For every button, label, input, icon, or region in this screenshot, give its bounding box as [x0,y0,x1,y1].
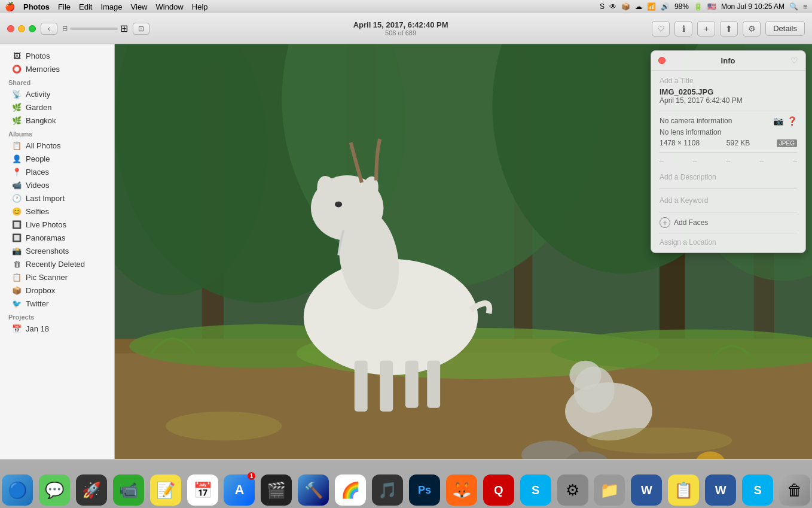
info-format-badge: JPEG [777,139,797,147]
shared-header: Shared [0,75,114,87]
sidebar-item-bangkok[interactable]: 🌿 Bangkok [2,114,112,127]
dock-item-photoshop[interactable]: Ps [407,471,442,506]
sidebar-item-live-photos[interactable]: 🔲 Live Photos [2,218,112,231]
sidebar-item-last-import[interactable]: 🕐 Last Import [2,191,112,205]
dock-item-quicken[interactable]: Q [481,471,516,506]
add-faces-button[interactable]: + Add Faces [660,217,797,228]
dock-item-music[interactable]: 🎵 [370,471,405,506]
dock-item-messages[interactable]: 💬 [37,471,72,506]
sidebar-item-screenshots[interactable]: 📸 Screenshots [2,244,112,257]
xcode-icon: 🔨 [298,474,329,506]
dock-item-skype2[interactable]: S [740,471,775,506]
info-divider-4 [660,212,797,212]
dock-item-trash[interactable]: 🗑 [777,471,812,506]
photo-area[interactable]: Info ♡ Add a Title IMG_0205.JPG April 15… [115,44,812,459]
sidebar-label-places: Places [26,168,49,177]
dock-item-notes[interactable]: 📋 [666,471,701,506]
sidebar-label-selfies: Selfies [26,207,49,216]
dock: 🔵 💬 🚀 📹 📝 📅 A 1 🎬 🔨 🌈 🎵 Ps 🦊 Q S ⚙ [0,459,812,508]
sidebar-label-recently-deleted: Recently Deleted [26,260,85,269]
share-button[interactable]: ⬆ [720,21,738,36]
info-question-icon[interactable]: ❓ [787,116,797,126]
dock-item-appstore[interactable]: A 1 [222,471,257,506]
live-photos-icon: 🔲 [12,220,22,229]
sidebar-item-people[interactable]: 👤 People [2,152,112,165]
messages-icon: 💬 [39,474,70,506]
apple-menu[interactable]: 🍎 [5,2,15,11]
sidebar-item-activity[interactable]: 📡 Activity [2,87,112,101]
dock-item-word2[interactable]: W [703,471,738,506]
dock-item-word[interactable]: W [629,471,664,506]
wifi-icon: 📶 [647,2,656,11]
add-button[interactable]: + [697,21,715,36]
info-favorite-button[interactable]: ♡ [790,56,798,65]
details-button[interactable]: Details [765,21,805,36]
adjust-button[interactable]: ⚙ [743,21,761,36]
add-keyword-field[interactable]: Add a Keyword [660,194,797,207]
people-icon: 👤 [12,154,22,163]
back-button[interactable]: ‹ [41,23,57,35]
svg-point-29 [569,361,601,390]
activity-icon: 📡 [12,89,22,99]
image-menu[interactable]: Image [100,2,122,11]
dock-item-stickies[interactable]: 📝 [148,471,183,506]
sidebar-item-selfies[interactable]: 😊 Selfies [2,205,112,218]
sidebar-label-all-photos: All Photos [26,141,61,150]
help-menu[interactable]: Help [192,2,208,11]
skype-icon: S [600,2,605,11]
sidebar-item-pic-scanner[interactable]: 📋 Pic Scanner [2,270,112,284]
search-icon[interactable]: 🔍 [789,2,798,11]
sidebar-label-people: People [26,154,50,163]
projects-header: Projects [0,310,114,322]
camera-icon[interactable]: 📷 [773,116,783,126]
info-close-button[interactable] [658,57,666,64]
dock-item-launchpad[interactable]: 🚀 [74,471,109,506]
info-divider-2 [660,152,797,153]
word-icon: W [631,474,662,506]
dock-item-photos[interactable]: 🌈 [333,471,368,506]
sidebar-item-memories[interactable]: ⭕ Memories [2,62,112,75]
svg-point-30 [166,412,282,441]
minimize-button[interactable] [18,25,25,32]
info-button[interactable]: ℹ [674,21,692,36]
notes-dock-icon: 📋 [668,474,699,506]
sidebar-item-videos[interactable]: 📹 Videos [2,178,112,191]
sidebar-item-photos[interactable]: 🖼 Photos [2,49,112,62]
add-description-field[interactable]: Add a Description [660,171,797,184]
dock-item-sysprefs[interactable]: ⚙ [555,471,590,506]
sidebar-item-recently-deleted[interactable]: 🗑 Recently Deleted [2,257,112,270]
app-menu[interactable]: Photos [23,2,50,11]
dock-item-skype[interactable]: S [518,471,553,506]
info-camera-label: No camera information [660,117,732,125]
add-title-field[interactable]: Add a Title [660,77,797,85]
window-menu[interactable]: Window [156,2,184,11]
sidebar-item-all-photos[interactable]: 📋 All Photos [2,139,112,152]
dock-item-firefox[interactable]: 🦊 [444,471,479,506]
dock-item-files[interactable]: 📁 [593,471,627,506]
zoom-slider[interactable] [70,28,118,30]
sidebar-item-panoramas[interactable]: 🔲 Panoramas [2,231,112,244]
sidebar-item-dropbox[interactable]: 📦 Dropbox [2,284,112,297]
view-menu[interactable]: View [131,2,148,11]
edit-menu[interactable]: Edit [79,2,92,11]
dock-item-calendar[interactable]: 📅 [185,471,220,506]
dock-item-finder[interactable]: 🔵 [0,471,35,506]
sidebar-item-garden[interactable]: 🌿 Garden [2,101,112,114]
close-button[interactable] [7,25,14,32]
sidebar-item-twitter[interactable]: 🐦 Twitter [2,297,112,310]
control-center-icon[interactable]: ≡ [803,2,807,11]
favorite-button[interactable]: ♡ [652,21,670,36]
dock-item-facetime[interactable]: 📹 [111,471,146,506]
albums-header: Albums [0,127,114,139]
sidebar-item-places[interactable]: 📍 Places [2,165,112,178]
fit-button[interactable]: ⊡ [133,23,149,35]
dock-item-xcode[interactable]: 🔨 [296,471,331,506]
sidebar-item-jan18[interactable]: 📅 Jan 18 [2,322,112,335]
music-icon: 🎵 [372,474,403,506]
assign-location-field[interactable]: Assign a Location [660,238,797,247]
sidebar: 🖼 Photos ⭕ Memories Shared 📡 Activity 🌿 … [0,44,115,459]
dock-item-finalcut[interactable]: 🎬 [259,471,294,506]
fullscreen-button[interactable] [29,25,36,32]
last-import-icon: 🕐 [12,193,22,203]
file-menu[interactable]: File [58,2,71,11]
